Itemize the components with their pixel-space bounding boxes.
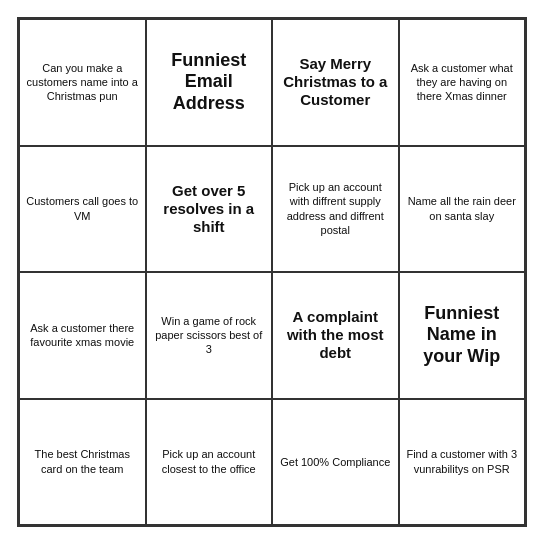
bingo-card: Can you make a customers name into a Chr… [17,17,527,527]
bingo-cell-r3c3: A complaint with the most debt [272,272,399,399]
bingo-cell-r1c3: Say Merry Christmas to a Customer [272,19,399,146]
bingo-cell-r4c1: The best Christmas card on the team [19,399,146,526]
bingo-cell-r2c4: Name all the rain deer on santa slay [399,146,526,273]
bingo-cell-r4c4: Find a customer with 3 vunrabilitys on P… [399,399,526,526]
bingo-cell-r3c1: Ask a customer there favourite xmas movi… [19,272,146,399]
bingo-cell-r4c2: Pick up an account closest to the office [146,399,273,526]
bingo-cell-r1c4: Ask a customer what they are having on t… [399,19,526,146]
bingo-cell-r2c2: Get over 5 resolves in a shift [146,146,273,273]
bingo-cell-r2c1: Customers call goes to VM [19,146,146,273]
bingo-cell-r1c1: Can you make a customers name into a Chr… [19,19,146,146]
bingo-cell-r2c3: Pick up an account with diffrent supply … [272,146,399,273]
bingo-cell-r4c3: Get 100% Compliance [272,399,399,526]
bingo-cell-r3c2: Win a game of rock paper scissors best o… [146,272,273,399]
bingo-cell-r1c2: Funniest Email Address [146,19,273,146]
bingo-cell-r3c4: Funniest Name in your Wip [399,272,526,399]
